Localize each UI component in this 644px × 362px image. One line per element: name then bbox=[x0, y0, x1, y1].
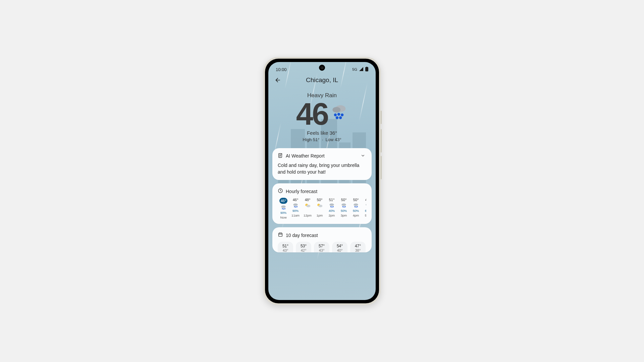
svg-point-23 bbox=[329, 203, 334, 206]
calendar-icon bbox=[278, 232, 283, 238]
day-low: 43° bbox=[315, 248, 328, 252]
day-col[interactable]: 54°40° bbox=[332, 242, 347, 252]
hourly-title: Hourly forecast bbox=[286, 189, 317, 194]
svg-point-8 bbox=[339, 116, 342, 119]
svg-point-5 bbox=[337, 113, 340, 116]
day-col[interactable]: 57°43° bbox=[314, 242, 329, 252]
phone-screen: 10:00 5G bbox=[268, 62, 376, 300]
hour-temp: 46° bbox=[279, 198, 288, 204]
status-network: 5G bbox=[352, 67, 357, 71]
current-conditions: Heavy Rain 46 bbox=[268, 86, 376, 145]
hour-precip: 50% bbox=[341, 209, 347, 213]
day-low: 42° bbox=[297, 248, 310, 252]
daily-row[interactable]: 51°43°53°42°57°43°54°40°47°38°45°34° bbox=[278, 242, 366, 252]
app-header: Chicago, IL bbox=[268, 73, 376, 86]
svg-point-30 bbox=[345, 206, 346, 207]
rain-icon bbox=[292, 203, 299, 208]
svg-point-25 bbox=[331, 206, 332, 207]
volume-up-button bbox=[381, 129, 382, 153]
hour-col[interactable]: 50°50%4pm bbox=[350, 198, 362, 219]
ai-card-text: Cold and rainy day, bring your umbrella … bbox=[278, 162, 366, 176]
hour-time: 4pm bbox=[353, 214, 359, 217]
low-value: 43° bbox=[335, 137, 341, 142]
svg-point-15 bbox=[293, 203, 298, 206]
hour-precip: 50% bbox=[353, 209, 359, 213]
svg-point-6 bbox=[341, 114, 343, 116]
hour-col[interactable]: 46°90%11am bbox=[290, 198, 301, 219]
hour-precip: 90% bbox=[292, 209, 299, 213]
svg-rect-39 bbox=[279, 233, 282, 237]
location-title: Chicago, IL bbox=[268, 76, 376, 84]
hour-temp: 50° bbox=[317, 198, 323, 202]
hour-temp: 46° bbox=[293, 198, 299, 202]
hour-temp: 48° bbox=[305, 198, 311, 202]
hour-time: 11am bbox=[291, 214, 300, 217]
day-low: 40° bbox=[333, 248, 346, 252]
high-label: High bbox=[303, 137, 312, 142]
rain-icon bbox=[329, 203, 335, 208]
svg-point-13 bbox=[283, 208, 284, 209]
svg-rect-1 bbox=[366, 67, 367, 67]
hourly-forecast-card[interactable]: Hourly forecast 46°90%Now46°90%11am48°12… bbox=[272, 183, 372, 224]
hour-temp: 49° bbox=[365, 198, 366, 202]
day-col[interactable]: 53°42° bbox=[296, 242, 311, 252]
hour-time: 12pm bbox=[304, 214, 312, 217]
svg-point-12 bbox=[282, 208, 283, 209]
hour-temp: 51° bbox=[329, 198, 335, 202]
hour-col[interactable]: 50°1pm bbox=[314, 198, 325, 219]
svg-point-32 bbox=[355, 206, 356, 207]
hour-precip: 40% bbox=[329, 209, 335, 213]
svg-point-14 bbox=[284, 208, 285, 209]
day-low: 38° bbox=[352, 248, 364, 252]
ai-weather-card[interactable]: AI Weather Report Cold and rainy day, br… bbox=[272, 148, 372, 180]
day-high: 53° bbox=[297, 244, 310, 248]
hour-temp: 50° bbox=[353, 198, 359, 202]
hour-col[interactable]: 51°40%2pm bbox=[326, 198, 337, 219]
svg-point-16 bbox=[294, 206, 295, 207]
svg-point-4 bbox=[334, 114, 337, 116]
rain-icon bbox=[353, 203, 359, 208]
hourly-row[interactable]: 46°90%Now46°90%11am48°12pm50°1pm51°40%2p… bbox=[278, 198, 366, 219]
front-camera bbox=[319, 65, 325, 71]
daily-title: 10 day forecast bbox=[286, 233, 318, 238]
svg-point-22 bbox=[318, 205, 322, 207]
clock-icon bbox=[278, 188, 283, 194]
side-button bbox=[381, 111, 382, 124]
high-value: 51° bbox=[313, 137, 320, 142]
svg-point-17 bbox=[295, 206, 296, 207]
volume-down-button bbox=[381, 156, 382, 179]
svg-point-20 bbox=[306, 205, 310, 207]
svg-rect-0 bbox=[365, 67, 368, 71]
day-low: 43° bbox=[279, 248, 292, 252]
day-col[interactable]: 47°38° bbox=[350, 242, 366, 252]
svg-point-26 bbox=[333, 206, 334, 207]
partly-cloudy-icon bbox=[317, 203, 323, 208]
ai-card-title: AI Weather Report bbox=[286, 153, 325, 159]
signal-icon bbox=[359, 67, 364, 72]
day-col[interactable]: 51°43° bbox=[278, 242, 293, 252]
svg-point-33 bbox=[356, 206, 357, 207]
day-high: 47° bbox=[352, 244, 364, 248]
high-low: High 51° · Low 43° bbox=[272, 137, 372, 142]
day-high: 51° bbox=[279, 244, 292, 248]
hour-col[interactable]: 50°50%3pm bbox=[338, 198, 350, 219]
hour-time: 3pm bbox=[341, 214, 347, 217]
hour-time: Now bbox=[280, 216, 286, 219]
rain-icon bbox=[341, 203, 347, 208]
status-time: 10:00 bbox=[276, 67, 287, 72]
partly-cloudy-icon bbox=[305, 203, 311, 208]
hour-col[interactable]: 46°90%Now bbox=[278, 198, 289, 219]
hour-col[interactable]: 49°60%5pm bbox=[362, 198, 366, 219]
day-high: 57° bbox=[315, 244, 328, 248]
svg-point-28 bbox=[342, 206, 343, 207]
svg-point-29 bbox=[343, 206, 344, 207]
hour-time: 2pm bbox=[329, 214, 335, 217]
feels-like: Feels like 36° bbox=[272, 130, 372, 136]
hour-col[interactable]: 48°12pm bbox=[302, 198, 313, 219]
svg-point-24 bbox=[330, 206, 331, 207]
svg-point-31 bbox=[354, 203, 358, 206]
hour-temp: 50° bbox=[341, 198, 347, 202]
phone-frame: 10:00 5G bbox=[263, 57, 381, 305]
svg-point-34 bbox=[357, 206, 358, 207]
daily-forecast-card[interactable]: 10 day forecast 51°43°53°42°57°43°54°40°… bbox=[272, 227, 372, 252]
